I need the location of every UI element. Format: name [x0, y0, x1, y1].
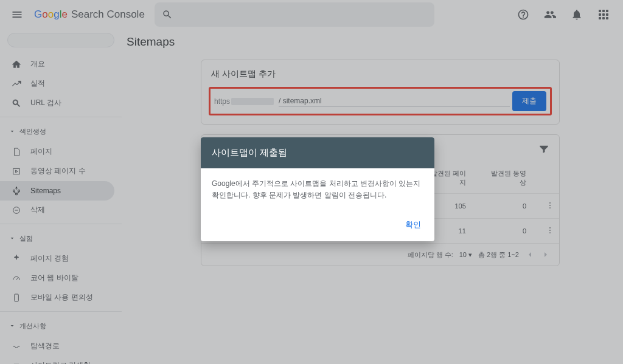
sitemap-submitted-dialog: 사이트맵이 제출됨 Google에서 주기적으로 사이트맵을 처리하고 변경사항…	[201, 137, 434, 241]
dialog-body: Google에서 주기적으로 사이트맵을 처리하고 변경사항이 있는지 확인합니…	[201, 168, 434, 211]
dialog-title: 사이트맵이 제출됨	[201, 137, 434, 168]
modal-overlay[interactable]: 사이트맵이 제출됨 Google에서 주기적으로 사이트맵을 처리하고 변경사항…	[0, 0, 623, 364]
dialog-ok-button[interactable]: 확인	[399, 216, 427, 234]
